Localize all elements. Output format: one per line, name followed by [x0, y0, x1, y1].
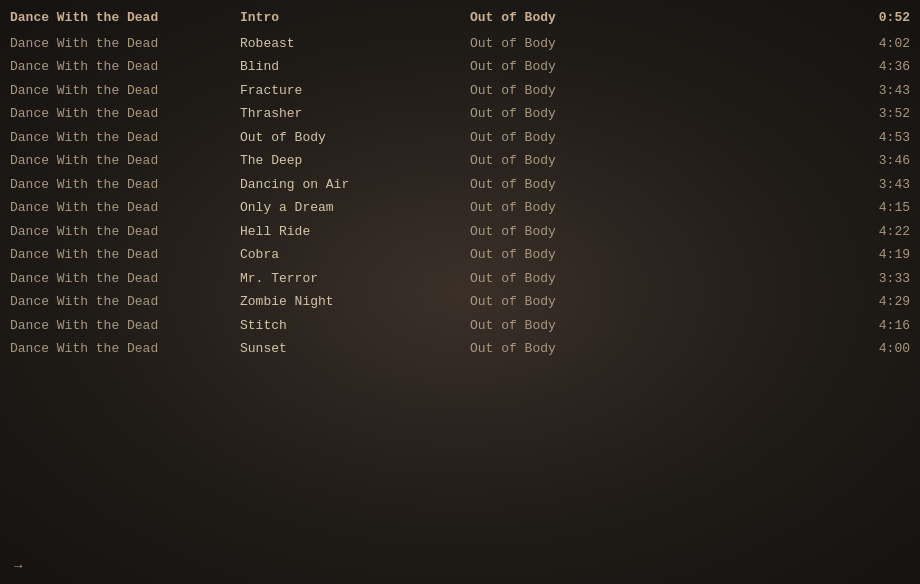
track-duration: 4:02 [700, 34, 910, 54]
table-row[interactable]: Dance With the Dead Hell Ride Out of Bod… [0, 220, 920, 244]
track-title: Zombie Night [240, 292, 470, 312]
track-album: Out of Body [470, 198, 700, 218]
track-artist: Dance With the Dead [10, 316, 240, 336]
track-artist: Dance With the Dead [10, 151, 240, 171]
table-row[interactable]: Dance With the Dead Sunset Out of Body 4… [0, 337, 920, 361]
table-row[interactable]: Dance With the Dead Out of Body Out of B… [0, 126, 920, 150]
track-album: Out of Body [470, 151, 700, 171]
track-artist: Dance With the Dead [10, 222, 240, 242]
track-album: Out of Body [470, 292, 700, 312]
track-title: Thrasher [240, 104, 470, 124]
track-artist: Dance With the Dead [10, 339, 240, 359]
track-duration: 3:43 [700, 81, 910, 101]
track-album: Out of Body [470, 339, 700, 359]
header-artist: Dance With the Dead [10, 8, 240, 28]
track-artist: Dance With the Dead [10, 292, 240, 312]
track-title: Stitch [240, 316, 470, 336]
track-artist: Dance With the Dead [10, 198, 240, 218]
track-album: Out of Body [470, 128, 700, 148]
table-row[interactable]: Dance With the Dead Thrasher Out of Body… [0, 102, 920, 126]
track-title: Sunset [240, 339, 470, 359]
track-duration: 4:22 [700, 222, 910, 242]
table-row[interactable]: Dance With the Dead Blind Out of Body 4:… [0, 55, 920, 79]
table-row[interactable]: Dance With the Dead Robeast Out of Body … [0, 32, 920, 56]
header-album: Out of Body [470, 8, 700, 28]
track-artist: Dance With the Dead [10, 245, 240, 265]
track-title: The Deep [240, 151, 470, 171]
track-title: Blind [240, 57, 470, 77]
track-title: Out of Body [240, 128, 470, 148]
track-list: Dance With the Dead Intro Out of Body 0:… [0, 0, 920, 361]
track-title: Mr. Terror [240, 269, 470, 289]
track-duration: 4:19 [700, 245, 910, 265]
table-row[interactable]: Dance With the Dead Stitch Out of Body 4… [0, 314, 920, 338]
track-album: Out of Body [470, 222, 700, 242]
track-duration: 3:43 [700, 175, 910, 195]
header-title: Intro [240, 8, 470, 28]
track-title: Fracture [240, 81, 470, 101]
table-row[interactable]: Dance With the Dead Cobra Out of Body 4:… [0, 243, 920, 267]
track-artist: Dance With the Dead [10, 128, 240, 148]
track-album: Out of Body [470, 34, 700, 54]
track-album: Out of Body [470, 269, 700, 289]
track-album: Out of Body [470, 81, 700, 101]
track-album: Out of Body [470, 175, 700, 195]
bottom-arrow-icon: → [14, 558, 22, 574]
track-artist: Dance With the Dead [10, 104, 240, 124]
table-row[interactable]: Dance With the Dead Fracture Out of Body… [0, 79, 920, 103]
track-album: Out of Body [470, 104, 700, 124]
header-duration: 0:52 [700, 8, 910, 28]
track-duration: 4:15 [700, 198, 910, 218]
track-duration: 4:53 [700, 128, 910, 148]
table-row[interactable]: Dance With the Dead Dancing on Air Out o… [0, 173, 920, 197]
track-title: Robeast [240, 34, 470, 54]
table-row[interactable]: Dance With the Dead Only a Dream Out of … [0, 196, 920, 220]
track-album: Out of Body [470, 245, 700, 265]
track-duration: 4:00 [700, 339, 910, 359]
track-duration: 3:46 [700, 151, 910, 171]
track-title: Only a Dream [240, 198, 470, 218]
track-duration: 3:52 [700, 104, 910, 124]
track-artist: Dance With the Dead [10, 57, 240, 77]
track-artist: Dance With the Dead [10, 269, 240, 289]
track-title: Cobra [240, 245, 470, 265]
table-row[interactable]: Dance With the Dead The Deep Out of Body… [0, 149, 920, 173]
track-duration: 4:36 [700, 57, 910, 77]
track-artist: Dance With the Dead [10, 34, 240, 54]
table-header: Dance With the Dead Intro Out of Body 0:… [0, 6, 920, 30]
table-row[interactable]: Dance With the Dead Mr. Terror Out of Bo… [0, 267, 920, 291]
track-duration: 4:29 [700, 292, 910, 312]
track-album: Out of Body [470, 316, 700, 336]
track-duration: 4:16 [700, 316, 910, 336]
table-row[interactable]: Dance With the Dead Zombie Night Out of … [0, 290, 920, 314]
track-artist: Dance With the Dead [10, 175, 240, 195]
track-title: Hell Ride [240, 222, 470, 242]
track-duration: 3:33 [700, 269, 910, 289]
track-album: Out of Body [470, 57, 700, 77]
track-artist: Dance With the Dead [10, 81, 240, 101]
track-title: Dancing on Air [240, 175, 470, 195]
